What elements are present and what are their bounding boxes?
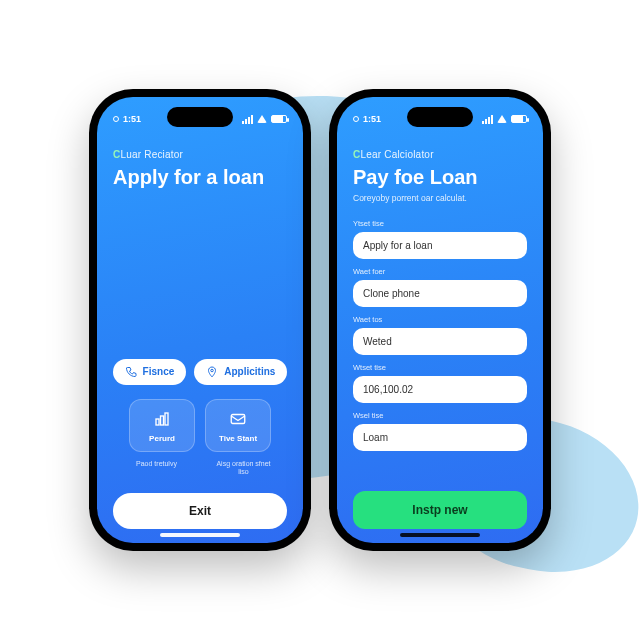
battery-icon	[271, 115, 287, 123]
wifi-icon	[257, 115, 267, 123]
tile-label: Tive Stant	[219, 434, 257, 443]
tile-row: Perurd Tive Stant	[113, 399, 287, 452]
dynamic-island	[167, 107, 233, 127]
phone-icon	[125, 366, 137, 378]
status-time: 1:51	[363, 114, 381, 124]
screen-left: 1:51 CLuar Reciator Apply for a loan	[97, 97, 303, 543]
phone-frame-left: 1:51 CLuar Reciator Apply for a loan	[89, 89, 311, 551]
svg-rect-2	[161, 416, 164, 425]
tive-stant-tile[interactable]: Tive Stant	[205, 399, 271, 452]
page-title: Pay foe Loan	[353, 166, 527, 189]
status-time: 1:51	[123, 114, 141, 124]
svg-rect-3	[165, 413, 168, 425]
home-indicator[interactable]	[400, 533, 480, 537]
battery-icon	[511, 115, 527, 123]
field-label: Waet foer	[353, 267, 527, 276]
weted-field[interactable]: Weted	[353, 328, 527, 355]
dynamic-island	[407, 107, 473, 127]
tile-caption: Aisg oration sfnet liso	[211, 460, 277, 478]
caption-row: Paod tretulvy Aisg oration sfnet liso	[113, 460, 287, 478]
field-label: Wtset tise	[353, 363, 527, 372]
apply-loan-field[interactable]: Apply for a loan	[353, 232, 527, 259]
submit-button[interactable]: Instp new	[353, 491, 527, 529]
clone-phone-field[interactable]: Clone phone	[353, 280, 527, 307]
field-label: Wsel tise	[353, 411, 527, 420]
chart-icon	[153, 410, 171, 428]
svg-point-0	[211, 369, 214, 372]
brand-label: CLuar Reciator	[113, 149, 287, 160]
loam-field[interactable]: Loam	[353, 424, 527, 451]
screen-right: 1:51 CLear Calciolator Pay foe Loan Core…	[337, 97, 543, 543]
page-subtitle: Coreyoby porrent oar calculat.	[353, 193, 527, 203]
wifi-icon	[497, 115, 507, 123]
loan-form: Ytset tise Apply for a loan Waet foer Cl…	[353, 215, 527, 451]
page-title: Apply for a loan	[113, 166, 287, 189]
pill-label: Fisnce	[143, 366, 175, 377]
pill-label: Applicitins	[224, 366, 275, 377]
mockup-stage: 1:51 CLuar Reciator Apply for a loan	[0, 0, 640, 640]
exit-button[interactable]: Exit	[113, 493, 287, 529]
pin-icon	[206, 366, 218, 378]
status-dot-icon	[113, 116, 119, 122]
mail-icon	[229, 410, 247, 428]
status-dot-icon	[353, 116, 359, 122]
tile-label: Perurd	[149, 434, 175, 443]
tile-caption: Paod tretulvy	[124, 460, 190, 478]
perurd-tile[interactable]: Perurd	[129, 399, 195, 452]
signal-icon	[242, 115, 253, 124]
field-label: Ytset tise	[353, 219, 527, 228]
svg-rect-4	[231, 414, 245, 423]
home-indicator[interactable]	[160, 533, 240, 537]
amount-field[interactable]: 106,100.02	[353, 376, 527, 403]
svg-rect-1	[156, 419, 159, 425]
field-label: Waet tos	[353, 315, 527, 324]
phone-frame-right: 1:51 CLear Calciolator Pay foe Loan Core…	[329, 89, 551, 551]
applications-pill[interactable]: Applicitins	[194, 359, 287, 385]
brand-label: CLear Calciolator	[353, 149, 527, 160]
signal-icon	[482, 115, 493, 124]
pill-row: Fisnce Applicitins	[113, 359, 287, 385]
finance-pill[interactable]: Fisnce	[113, 359, 187, 385]
